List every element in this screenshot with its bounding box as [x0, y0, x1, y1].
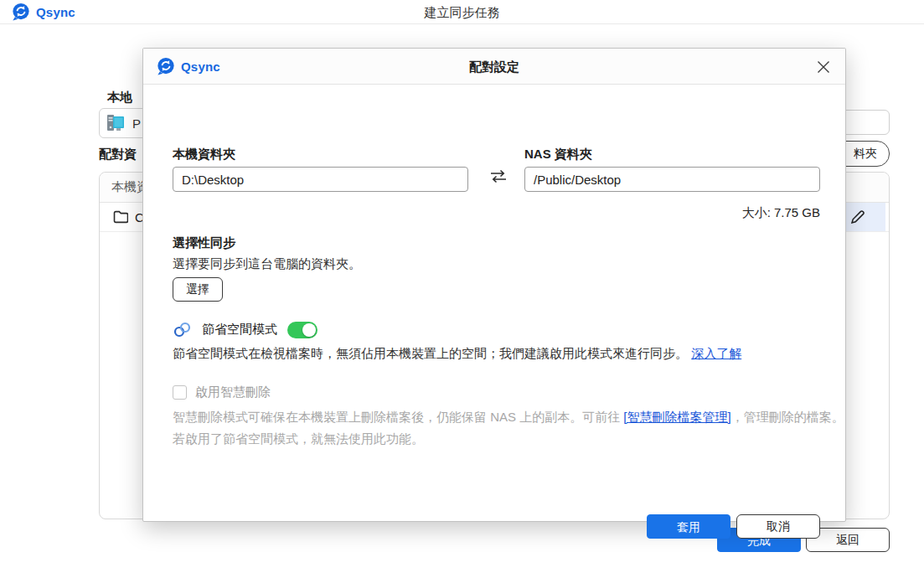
edit-icon: [849, 208, 867, 226]
qsync-app: Qsync 建立同步任務 本地 P 配對資 料夾 本機資 C: [0, 0, 924, 578]
selective-sync-description: 選擇要同步到這台電腦的資料夾。: [173, 256, 361, 272]
smart-delete-description: 智慧刪除模式可確保在本機裝置上刪除檔案後，仍能保留 NAS 上的副本。可前往 […: [173, 410, 844, 426]
toggle-knob: [302, 323, 316, 337]
computer-icon: [106, 113, 125, 133]
cancel-button[interactable]: 取消: [736, 514, 820, 539]
close-icon[interactable]: [813, 57, 834, 77]
smart-delete-description-suffix: ，管理刪除的檔案。: [731, 410, 844, 424]
row-action-cell[interactable]: [845, 203, 885, 231]
dialog-header: Qsync 配對設定: [143, 49, 845, 85]
qsync-logo-icon: [157, 57, 175, 75]
smart-delete-checkbox[interactable]: [173, 385, 187, 400]
selective-sync-title: 選擇性同步: [173, 235, 235, 251]
manage-smart-delete-link[interactable]: [智慧刪除檔案管理]: [623, 410, 730, 424]
nas-folder-input[interactable]: [524, 167, 820, 192]
local-folder-label: 本機資料夾: [173, 147, 235, 163]
swap-arrows-icon: [488, 168, 508, 188]
space-saving-toggle[interactable]: [287, 322, 317, 338]
link-icon: [173, 320, 192, 339]
smart-delete-note: 若啟用了節省空間模式，就無法使用此功能。: [173, 431, 424, 447]
nas-folder-label: NAS 資料夾: [524, 147, 592, 163]
local-folder-input[interactable]: [173, 167, 468, 192]
app-topbar: Qsync 建立同步任務: [0, 0, 924, 24]
device-name: P: [132, 116, 141, 131]
smart-delete-label: 啟用智慧刪除: [195, 384, 271, 400]
choose-button[interactable]: 選擇: [173, 277, 223, 302]
dialog-app-name: Qsync: [181, 59, 220, 74]
smart-delete-row: 啟用智慧刪除: [173, 384, 271, 400]
window-title: 建立同步任務: [0, 5, 924, 21]
folder-icon: [113, 210, 128, 224]
apply-button[interactable]: 套用: [647, 514, 730, 539]
learn-more-link[interactable]: 深入了解: [691, 346, 741, 360]
smart-delete-description-prefix: 智慧刪除模式可確保在本機裝置上刪除檔案後，仍能保留 NAS 上的副本。可前往: [173, 410, 623, 424]
space-saving-description-text: 節省空間模式在檢視檔案時，無須佔用本機裝置上的空間；我們建議啟用此模式來進行同步…: [173, 346, 691, 360]
space-saving-description: 節省空間模式在檢視檔案時，無須佔用本機裝置上的空間；我們建議啟用此模式來進行同步…: [173, 346, 741, 362]
dialog-brand: Qsync: [157, 57, 220, 75]
local-section-label: 本地: [107, 90, 132, 106]
space-saving-row: 節省空間模式: [173, 320, 317, 339]
dialog-title: 配對設定: [143, 49, 845, 85]
space-saving-title: 節省空間模式: [202, 322, 277, 338]
paired-folders-label: 配對資: [99, 147, 137, 163]
dialog-body: 本機資料夾 NAS 資料夾 大小: 7.75 GB 選擇性同步 選擇要同步到這台…: [143, 85, 845, 522]
size-text: 大小: 7.75 GB: [524, 205, 820, 221]
pairing-settings-dialog: Qsync 配對設定 本機資料夾 NAS 資料夾 大小: 7.75 GB: [142, 48, 846, 522]
